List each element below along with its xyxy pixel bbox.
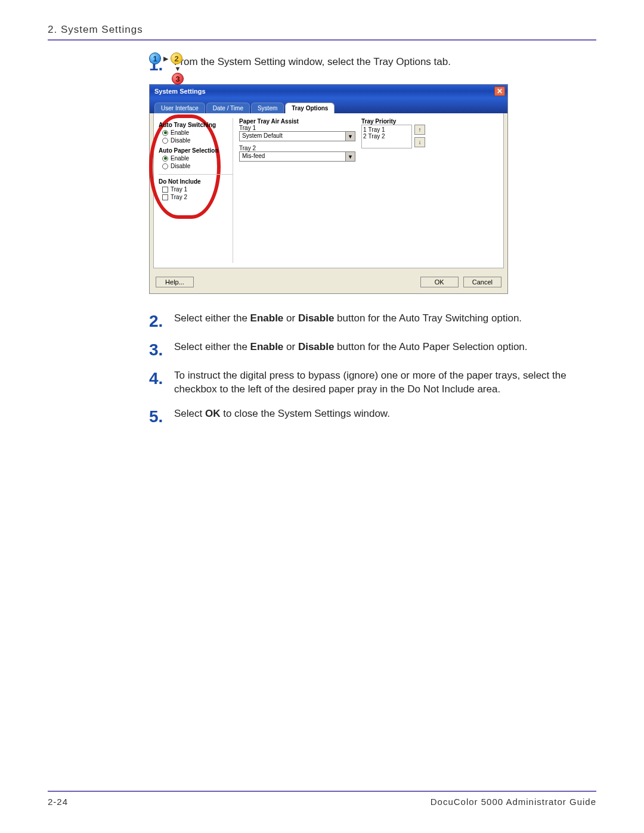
priority-label: Tray 1 (369, 126, 385, 133)
priority-label: Tray 2 (369, 133, 385, 140)
auto-tray-switching-label: Auto Tray Switching (159, 122, 229, 128)
page-number: 2-24 (48, 797, 68, 807)
auto-paper-disable-radio[interactable]: Disable (162, 163, 229, 169)
step-3-text: Select either the Enable or Disable butt… (174, 340, 528, 358)
tray1-label: Tray 1 (239, 125, 355, 131)
auto-paper-enable-radio[interactable]: Enable (162, 155, 229, 162)
page-footer: 2-24 DocuColor 5000 Administrator Guide (48, 791, 596, 807)
auto-tray-disable-radio[interactable]: Disable (162, 137, 229, 144)
arrow-right-icon: ▶ (163, 55, 168, 63)
step-2-text: Select either the Enable or Disable butt… (174, 312, 522, 330)
step-1: 1. From the System Setting window, selec… (149, 55, 596, 73)
paper-tray-air-assist-label: Paper Tray Air Assist (239, 118, 355, 125)
radio-selected-icon (162, 130, 168, 136)
do-not-include-tray1-checkbox[interactable]: Tray 1 (162, 186, 229, 193)
panel-column-middle: Paper Tray Air Assist Tray 1 System Defa… (239, 118, 355, 263)
chevron-down-icon: ▼ (345, 152, 355, 161)
guide-title: DocuColor 5000 Administrator Guide (431, 797, 596, 807)
step-2-number: 2. (149, 312, 174, 330)
step-5-text: Select OK to close the System Settings w… (174, 407, 390, 425)
checkbox-label: Tray 2 (171, 194, 187, 200)
dialog-titlebar: System Settings ✕ (150, 85, 507, 98)
checkbox-icon (162, 194, 168, 200)
auto-paper-selection-label: Auto Paper Selection (159, 147, 229, 154)
step-4: 4. To instruct the digital press to bypa… (149, 369, 596, 397)
dropdown-value: System Default (240, 132, 345, 141)
arrow-down-icon: ▼ (149, 65, 185, 72)
radio-icon (162, 138, 168, 144)
step-3: 3. Select either the Enable or Disable b… (149, 340, 596, 358)
tray-priority-label: Tray Priority (361, 118, 499, 125)
tab-system[interactable]: System (251, 103, 284, 113)
radio-label: Disable (171, 163, 190, 169)
do-not-include-label: Do Not Include (159, 178, 229, 185)
step-5: 5. Select OK to close the System Setting… (149, 407, 596, 425)
badge-3-icon: 3 (172, 73, 184, 85)
step-badges-graphic: 1 ▶ 2 ▼ 3 (149, 52, 185, 85)
dialog-title: System Settings (154, 88, 206, 95)
tab-tray-options[interactable]: Tray Options (285, 103, 335, 113)
tray2-label: Tray 2 (239, 145, 355, 151)
step-2: 2. Select either the Enable or Disable b… (149, 312, 596, 330)
move-down-button[interactable]: ↓ (414, 137, 425, 147)
checkbox-icon (162, 187, 168, 193)
close-icon[interactable]: ✕ (494, 86, 505, 96)
list-item[interactable]: 2Tray 2 (363, 133, 410, 140)
radio-icon (162, 163, 168, 169)
cancel-button[interactable]: Cancel (463, 277, 501, 287)
priority-index: 1 (363, 126, 367, 133)
tab-user-interface[interactable]: User Interface (154, 103, 205, 113)
footer-rule (48, 791, 596, 792)
move-up-button[interactable]: ↑ (414, 125, 425, 135)
radio-label: Disable (171, 137, 190, 144)
panel-column-left: Auto Tray Switching Enable Disable Auto … (159, 118, 233, 263)
panel-column-right: Tray Priority 1Tray 1 2Tray 2 ↑ ↓ (361, 118, 499, 263)
ok-button[interactable]: OK (420, 277, 459, 287)
dialog-tabbar: User Interface Date / Time System Tray O… (150, 98, 507, 113)
do-not-include-tray2-checkbox[interactable]: Tray 2 (162, 194, 229, 200)
badge-1-icon: 1 (149, 52, 161, 64)
system-settings-dialog: System Settings ✕ User Interface Date / … (149, 84, 508, 294)
step-3-number: 3. (149, 340, 174, 358)
radio-label: Enable (171, 129, 189, 136)
step-5-number: 5. (149, 407, 174, 425)
badge-2-icon: 2 (171, 52, 182, 64)
step-4-text: To instruct the digital press to bypass … (174, 369, 596, 397)
chevron-down-icon: ▼ (345, 132, 355, 141)
radio-label: Enable (171, 155, 189, 162)
tab-date-time[interactable]: Date / Time (206, 103, 250, 113)
step-1-text: From the System Setting window, select t… (174, 55, 451, 73)
auto-tray-enable-radio[interactable]: Enable (162, 129, 229, 136)
help-button[interactable]: Help... (156, 277, 194, 287)
dropdown-value: Mis-feed (240, 152, 345, 161)
tray1-dropdown[interactable]: System Default ▼ (239, 131, 355, 141)
header-rule (48, 39, 596, 41)
tray-priority-list[interactable]: 1Tray 1 2Tray 2 (361, 125, 412, 148)
radio-selected-icon (162, 156, 168, 162)
priority-index: 2 (363, 133, 367, 140)
checkbox-label: Tray 1 (171, 186, 187, 193)
step-4-number: 4. (149, 369, 174, 397)
list-item[interactable]: 1Tray 1 (363, 126, 410, 133)
dialog-button-bar: Help... OK Cancel (150, 272, 507, 293)
section-header: 2. System Settings (48, 24, 596, 36)
tray2-dropdown[interactable]: Mis-feed ▼ (239, 151, 355, 162)
